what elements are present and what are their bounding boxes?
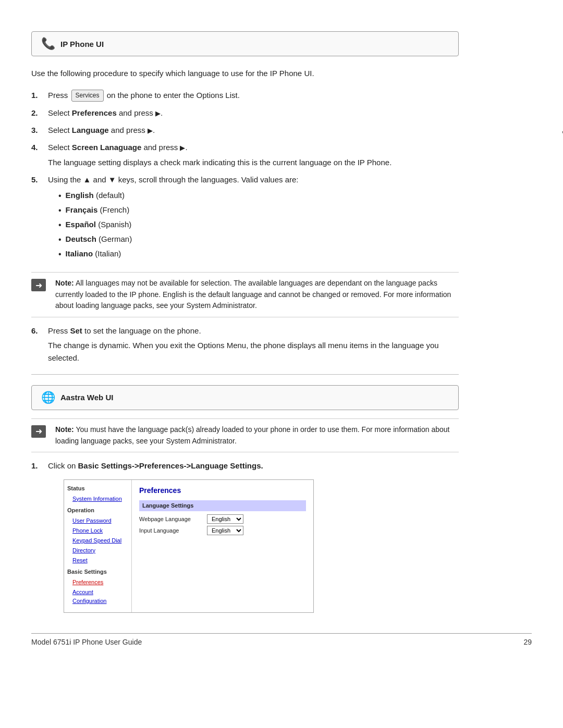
lang-italian: Italiano (Italian): [58, 248, 459, 261]
lang-english: English (default): [58, 190, 459, 202]
input-language-select[interactable]: English: [207, 526, 243, 535]
lang-german: Deutsch (German): [58, 233, 459, 246]
step-1-num: 1.: [31, 89, 43, 102]
nav-basic-settings-section: Basic Settings Preferences Account Confi…: [67, 567, 128, 606]
step-6-sub: The change is dynamic. When you exit the…: [48, 339, 459, 364]
intro-text: Use the following procedure to specify w…: [31, 68, 459, 80]
ip-phone-note-text: Note: All languages may not be available…: [55, 278, 459, 312]
step-1: 1. Press Services on the phone to enter …: [31, 89, 459, 102]
ip-phone-ui-box: 📞 IP Phone UI: [31, 31, 459, 56]
page-footer: Model 6751i IP Phone User Guide 29: [31, 633, 532, 646]
nav-user-password[interactable]: User Password: [67, 516, 128, 526]
step-4-num: 4.: [31, 141, 43, 168]
step-5-num: 5.: [31, 174, 43, 265]
section-divider: [31, 374, 459, 375]
step-2: 2. Select Preferences and press ▶.: [31, 107, 459, 119]
step-6-num: 6.: [31, 325, 43, 364]
globe-icon: 🌐: [41, 391, 55, 404]
step-3-num: 3.: [31, 124, 43, 136]
aastra-box-title: Aastra Web UI: [60, 393, 113, 402]
nav-basic-settings-header: Basic Settings: [67, 567, 128, 576]
aastra-arrow-symbol: ➜: [31, 425, 46, 438]
lang-spanish: Español (Spanish): [58, 219, 459, 231]
screenshot-sidebar: Status System Information Operation User…: [64, 480, 132, 613]
aastra-steps-list: 1. Click on Basic Settings->Preferences-…: [31, 460, 459, 620]
step-5-content: Using the ▲ and ▼ keys, scroll through t…: [48, 174, 459, 265]
nav-directory[interactable]: Directory: [67, 546, 128, 556]
nav-status-section: Status System Information: [67, 484, 128, 504]
step-2-content: Select Preferences and press ▶.: [48, 107, 459, 119]
step-6-list: 6. Press Set to set the language on the …: [31, 325, 459, 364]
step-4-content: Select Screen Lanaguage and press ▶. The…: [48, 141, 459, 168]
step-3: 3. Select Language and press ▶.: [31, 124, 459, 136]
step-5: 5. Using the ▲ and ▼ keys, scroll throug…: [31, 174, 459, 265]
nav-preferences[interactable]: Preferences: [67, 577, 128, 587]
step-6: 6. Press Set to set the language on the …: [31, 325, 459, 364]
step-4-sub: The language setting displays a check ma…: [48, 156, 459, 168]
web-ui-screenshot: Status System Information Operation User…: [64, 479, 314, 613]
webpage-language-select[interactable]: English: [207, 514, 243, 524]
aastra-step-1-num: 1.: [31, 460, 43, 620]
steps-list: 1. Press Services on the phone to enter …: [31, 89, 459, 265]
nav-status-header: Status: [67, 484, 128, 493]
nav-account-configuration[interactable]: Account Configuration: [67, 587, 128, 606]
step-1-content: Press Services on the phone to enter the…: [48, 89, 459, 102]
webpage-language-row: Webpage Language English: [139, 514, 306, 524]
screenshot-inner: Status System Information Operation User…: [64, 480, 313, 613]
aastra-note-arrow-icon: ➜: [31, 424, 47, 447]
nav-phone-lock[interactable]: Phone Lock: [67, 526, 128, 536]
ip-phone-box-title: IP Phone UI: [60, 40, 104, 48]
step-2-num: 2.: [31, 107, 43, 119]
webpage-language-label: Webpage Language: [139, 515, 207, 524]
screenshot-language-settings-header: Language Settings: [139, 500, 306, 511]
note-arrow-icon: ➜: [31, 278, 47, 312]
aastra-note-text: Note: You must have the language pack(s)…: [55, 424, 459, 447]
aastra-web-ui-box: 🌐 Aastra Web UI: [31, 385, 459, 410]
sidebar-title: Customizing Your Phone: [559, 104, 563, 260]
footer-model-text: Model 6751i IP Phone User Guide: [31, 638, 142, 646]
phone-icon: 📞: [41, 37, 55, 51]
aastra-step-1-content: Click on Basic Settings->Preferences->La…: [48, 460, 459, 620]
ip-phone-note-box: ➜ Note: All languages may not be availab…: [31, 272, 459, 317]
aastra-note-box: ➜ Note: You must have the language pack(…: [31, 418, 459, 452]
nav-system-info[interactable]: System Information: [67, 494, 128, 504]
lang-french: Français (French): [58, 204, 459, 217]
aastra-step-1: 1. Click on Basic Settings->Preferences-…: [31, 460, 459, 620]
footer-page-number: 29: [523, 638, 532, 646]
step-3-content: Select Language and press ▶.: [48, 124, 459, 136]
nav-keypad-speed-dial[interactable]: Keypad Speed Dial: [67, 536, 128, 546]
input-language-label: Input Language: [139, 526, 207, 535]
nav-reset[interactable]: Reset: [67, 556, 128, 565]
screenshot-preferences-title: Preferences: [139, 485, 306, 497]
step-4: 4. Select Screen Lanaguage and press ▶. …: [31, 141, 459, 168]
arrow-symbol: ➜: [31, 279, 46, 291]
input-language-row: Input Language English: [139, 526, 306, 535]
nav-operation-header: Operation: [67, 506, 128, 515]
language-list: English (default) Français (French) Espa…: [58, 190, 459, 261]
services-button-inline: Services: [71, 90, 104, 102]
step-6-content: Press Set to set the language on the pho…: [48, 325, 459, 364]
screenshot-main: Preferences Language Settings Webpage La…: [132, 480, 313, 613]
nav-operation-section: Operation User Password Phone Lock Keypa…: [67, 506, 128, 565]
